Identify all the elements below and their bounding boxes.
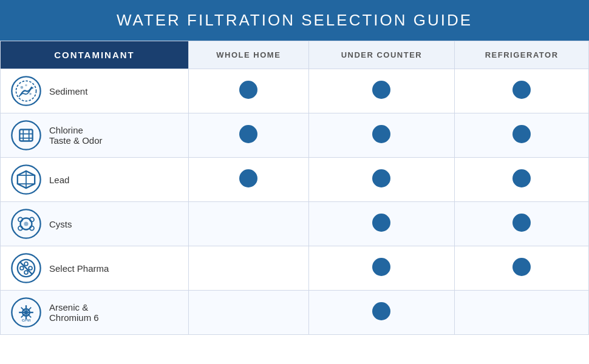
svg-point-10	[24, 221, 28, 226]
header-whole-home: WHOLE HOME	[189, 41, 309, 69]
header-refrigerator: REFRIGERATOR	[455, 41, 589, 69]
page-title: WATER FILTRATION SELECTION GUIDE	[12, 11, 577, 30]
page-container: WATER FILTRATION SELECTION GUIDE CONTAMI…	[0, 0, 589, 364]
title-bar: WATER FILTRATION SELECTION GUIDE	[0, 0, 589, 41]
dot-under_counter-0	[308, 69, 455, 113]
check-dot	[372, 302, 390, 320]
dot-refrigerator-4	[455, 246, 589, 291]
check-dot	[239, 81, 257, 99]
svg-text:Cr-VI: Cr-VI	[22, 318, 30, 322]
dot-whole_home-5	[189, 291, 309, 335]
contaminant-cell-2: Lead	[1, 158, 189, 202]
check-dot	[512, 258, 531, 276]
dot-refrigerator-3	[455, 202, 589, 246]
svg-point-4	[25, 84, 27, 87]
filtration-table: CONTAMINANT WHOLE HOME UNDER COUNTER REF…	[0, 41, 589, 335]
dot-refrigerator-5	[455, 291, 589, 335]
contaminant-cell-4: Select Pharma	[1, 246, 189, 291]
table-row: Sediment	[1, 69, 589, 113]
dot-under_counter-2	[308, 158, 455, 202]
check-dot	[512, 169, 531, 187]
dot-whole_home-1	[189, 113, 309, 158]
dot-refrigerator-1	[455, 113, 589, 158]
dot-whole_home-2	[189, 158, 309, 202]
check-dot	[372, 258, 390, 276]
contaminant-cell-0: Sediment	[1, 69, 189, 113]
check-dot	[372, 125, 390, 143]
contaminant-name-3: Cysts	[49, 219, 72, 229]
pharma-icon	[10, 252, 42, 284]
lead-icon	[10, 164, 42, 195]
chlorine-icon	[10, 120, 42, 151]
arsenic-icon: Cr-VI	[10, 297, 42, 328]
contaminant-name-1: Chlorine Taste & Odor	[49, 125, 103, 146]
cysts-icon	[10, 208, 42, 240]
contaminant-cell-5: Cr-VI Arsenic & Chromium 6	[1, 291, 189, 335]
header-under-counter: UNDER COUNTER	[308, 41, 455, 69]
svg-point-18	[29, 266, 32, 270]
dot-refrigerator-0	[455, 69, 589, 113]
check-dot	[512, 81, 531, 99]
dot-under_counter-3	[308, 202, 455, 246]
table-row: Cysts	[1, 202, 589, 246]
svg-point-17	[20, 266, 24, 270]
table-row: Chlorine Taste & Odor	[1, 113, 589, 158]
svg-rect-6	[19, 130, 32, 141]
check-dot	[372, 169, 390, 187]
contaminant-cell-3: Cysts	[1, 202, 189, 246]
dot-under_counter-5	[308, 291, 455, 335]
contaminant-name-0: Sediment	[49, 86, 87, 96]
svg-point-2	[21, 86, 24, 89]
dot-under_counter-1	[308, 113, 455, 158]
check-dot	[239, 169, 257, 187]
check-dot	[239, 125, 257, 143]
svg-point-3	[29, 93, 32, 95]
header-contaminant: CONTAMINANT	[1, 41, 189, 69]
check-dot	[372, 81, 390, 99]
svg-point-20	[24, 271, 28, 274]
dot-whole_home-0	[189, 69, 309, 113]
contaminant-name-4: Select Pharma	[49, 263, 109, 274]
svg-point-5	[12, 121, 40, 149]
check-dot	[512, 125, 531, 143]
sediment-icon	[10, 75, 42, 107]
contaminant-name-5: Arsenic & Chromium 6	[49, 302, 99, 323]
dot-whole_home-3	[189, 202, 309, 246]
table-row: Cr-VI Arsenic & Chromium 6	[1, 291, 589, 335]
dot-refrigerator-2	[455, 158, 589, 202]
table-wrapper: CONTAMINANT WHOLE HOME UNDER COUNTER REF…	[0, 41, 589, 335]
table-row: Lead	[1, 158, 589, 202]
header-row: CONTAMINANT WHOLE HOME UNDER COUNTER REF…	[1, 41, 589, 69]
dot-under_counter-4	[308, 246, 455, 291]
contaminant-name-2: Lead	[49, 175, 69, 185]
contaminant-cell-1: Chlorine Taste & Odor	[1, 113, 189, 158]
dot-whole_home-4	[189, 246, 309, 291]
check-dot	[372, 214, 390, 232]
table-row: Select Pharma	[1, 246, 589, 291]
svg-point-19	[24, 262, 28, 266]
check-dot	[512, 214, 531, 232]
